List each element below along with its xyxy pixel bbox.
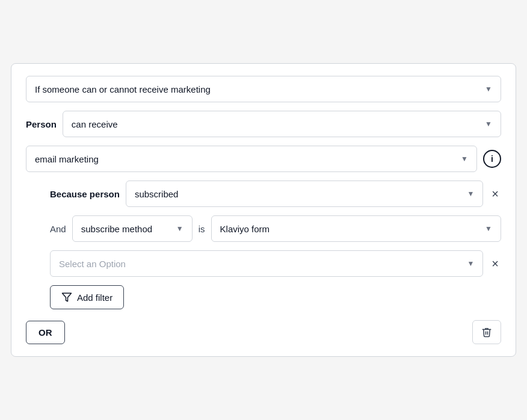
row-main-condition: If someone can or cannot receive marketi… <box>26 76 501 102</box>
main-condition-label: If someone can or cannot receive marketi… <box>35 84 480 94</box>
is-label: is <box>199 224 205 234</box>
can-receive-chevron-icon: ▼ <box>485 120 492 128</box>
main-condition-select[interactable]: If someone can or cannot receive marketi… <box>26 76 501 102</box>
funnel-icon <box>61 292 72 303</box>
subscribe-method-chevron-icon: ▼ <box>176 224 183 233</box>
or-button[interactable]: OR <box>26 321 65 344</box>
add-filter-label: Add filter <box>77 292 112 303</box>
because-close-button[interactable]: × <box>489 185 501 203</box>
subscribed-label: subscribed <box>135 189 463 199</box>
select-option-chevron-icon: ▼ <box>467 259 474 268</box>
klaviyo-form-chevron-icon: ▼ <box>485 224 492 233</box>
can-receive-select[interactable]: can receive ▼ <box>63 111 501 137</box>
row-person: Person can receive ▼ <box>26 111 501 137</box>
trash-icon <box>481 327 492 338</box>
delete-button[interactable] <box>472 320 501 344</box>
select-option-select[interactable]: Select an Option ▼ <box>50 250 483 277</box>
select-option-placeholder: Select an Option <box>59 259 462 269</box>
add-filter-button[interactable]: Add filter <box>50 285 124 309</box>
filter-card: If someone can or cannot receive marketi… <box>11 63 516 357</box>
because-person-label: Because person <box>50 189 120 199</box>
person-label: Person <box>26 119 57 129</box>
main-condition-chevron-icon: ▼ <box>485 85 492 93</box>
info-icon[interactable]: i <box>483 150 501 168</box>
channel-label: email marketing <box>35 154 456 164</box>
channel-chevron-icon: ▼ <box>461 155 468 163</box>
row-and: And subscribe method ▼ is Klaviyo form ▼ <box>26 215 501 242</box>
row-because: Because person subscribed ▼ × <box>26 181 501 207</box>
svg-marker-0 <box>63 293 72 301</box>
row-channel: email marketing ▼ i <box>26 146 501 172</box>
row-select-option: Select an Option ▼ × <box>26 250 501 277</box>
subscribe-method-select[interactable]: subscribe method ▼ <box>72 215 193 242</box>
subscribed-select[interactable]: subscribed ▼ <box>126 181 483 207</box>
klaviyo-form-select[interactable]: Klaviyo form ▼ <box>211 215 501 242</box>
klaviyo-form-label: Klaviyo form <box>220 224 481 234</box>
subscribe-method-label: subscribe method <box>81 224 171 234</box>
subscribed-chevron-icon: ▼ <box>467 190 474 198</box>
and-label: And <box>50 224 66 234</box>
bottom-row: OR <box>26 320 501 344</box>
select-option-close-button[interactable]: × <box>489 255 501 273</box>
channel-select[interactable]: email marketing ▼ <box>26 146 477 172</box>
can-receive-label: can receive <box>72 119 480 129</box>
